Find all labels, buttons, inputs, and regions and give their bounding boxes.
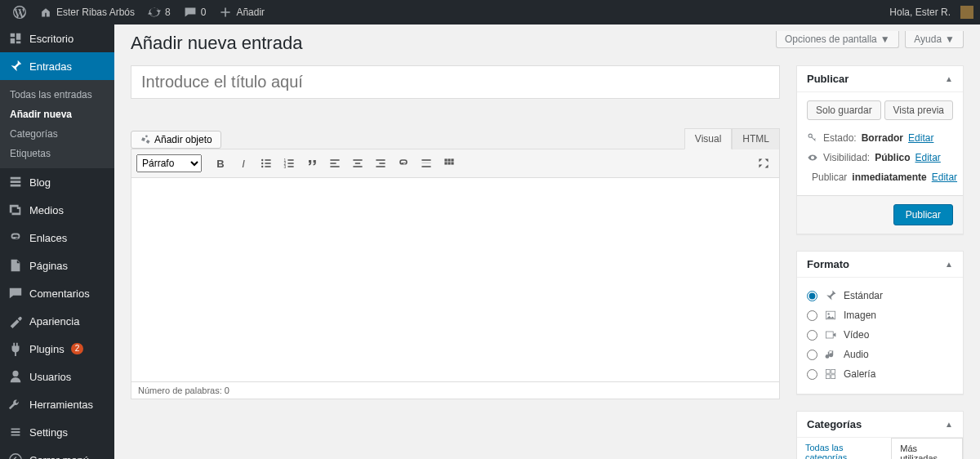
menu-comments[interactable]: Comentarios: [0, 279, 114, 307]
submenu-all-posts[interactable]: Todas las entradas: [0, 85, 114, 105]
link-icon: [397, 157, 410, 170]
format-select[interactable]: Párrafo: [136, 154, 202, 172]
svg-rect-4: [265, 163, 270, 164]
bullet-list-button[interactable]: [256, 153, 277, 174]
tools-icon: [8, 397, 23, 412]
updates-link[interactable]: 8: [141, 0, 177, 25]
align-center-button[interactable]: [347, 153, 368, 174]
screen-options-button[interactable]: Opciones de pantalla ▼: [776, 31, 899, 48]
menu-posts[interactable]: Entradas: [0, 52, 114, 80]
format-gallery-radio[interactable]: [807, 369, 817, 380]
add-new-link[interactable]: Añadir: [212, 0, 271, 25]
categories-box-header[interactable]: Categorías▲: [797, 412, 963, 438]
format-box: Formato▲ Estándar Imagen Vídeo Audio Gal…: [796, 251, 964, 394]
save-draft-button[interactable]: Solo guardar: [807, 100, 881, 120]
link-button[interactable]: [393, 153, 414, 174]
format-video[interactable]: Vídeo: [807, 325, 953, 345]
svg-rect-21: [376, 166, 385, 167]
svg-rect-26: [448, 158, 450, 161]
menu-dashboard[interactable]: Escritorio: [0, 25, 114, 52]
site-name-link[interactable]: Ester Ribas Arbós: [33, 0, 141, 25]
svg-rect-39: [826, 369, 830, 373]
help-button[interactable]: Ayuda ▼: [905, 31, 964, 48]
format-audio-radio[interactable]: [807, 350, 817, 360]
menu-label: Blog: [29, 176, 51, 189]
pin-icon: [8, 59, 23, 74]
tab-html[interactable]: HTML: [732, 128, 780, 149]
format-audio[interactable]: Audio: [807, 345, 953, 364]
status-row: Estado: Borrador Editar: [807, 128, 953, 148]
menu-links[interactable]: Enlaces: [0, 224, 114, 252]
chevron-down-icon: ▼: [945, 33, 955, 45]
submenu-add-new[interactable]: Añadir nueva: [0, 105, 114, 124]
publish-box: Publicar▲ Solo guardar Vista previa Esta…: [796, 65, 964, 234]
menu-label: Medios: [29, 204, 64, 216]
menu-settings-custom[interactable]: Settings: [0, 418, 114, 446]
submenu-tags[interactable]: Etiquetas: [0, 144, 114, 163]
eye-icon: [807, 152, 818, 163]
toolbar-toggle-button[interactable]: [439, 153, 460, 174]
menu-label: Enlaces: [29, 232, 67, 244]
plugins-icon: [8, 341, 23, 356]
edit-visibility-link[interactable]: Editar: [915, 152, 941, 163]
status-label: Estado:: [823, 132, 857, 144]
format-box-header[interactable]: Formato▲: [797, 252, 963, 278]
users-icon: [8, 369, 23, 384]
submenu-categories[interactable]: Categorías: [0, 124, 114, 144]
menu-tools[interactable]: Herramientas: [0, 390, 114, 418]
fullscreen-button[interactable]: [753, 153, 774, 174]
readmore-button[interactable]: [416, 153, 437, 174]
bullet-list-icon: [260, 157, 273, 170]
avatar[interactable]: [960, 6, 973, 19]
audio-icon: [824, 348, 837, 361]
bold-button[interactable]: B: [210, 153, 231, 174]
menu-plugins[interactable]: Plugins 2: [0, 335, 114, 363]
edit-schedule-link[interactable]: Editar: [932, 172, 957, 183]
updates-count: 8: [165, 7, 171, 18]
cat-tab-all[interactable]: Todas las categorías: [797, 438, 891, 459]
format-gallery[interactable]: Galería: [807, 364, 953, 384]
user-greeting[interactable]: Hola, Ester R.: [883, 0, 957, 25]
format-image-radio[interactable]: [807, 310, 817, 321]
menu-collapse[interactable]: Cerrar menú: [0, 446, 114, 459]
comments-link[interactable]: 0: [177, 0, 213, 25]
align-right-button[interactable]: [370, 153, 391, 174]
editor-content-area[interactable]: [131, 178, 780, 382]
menu-users[interactable]: Usuarios: [0, 363, 114, 390]
blockquote-button[interactable]: [301, 153, 323, 174]
edit-status-link[interactable]: Editar: [908, 132, 933, 144]
media-icon: [140, 134, 151, 145]
svg-rect-14: [330, 163, 336, 164]
svg-point-1: [261, 159, 263, 161]
visibility-value: Público: [875, 152, 910, 163]
numbered-list-button[interactable]: 123: [278, 153, 300, 174]
menu-blog[interactable]: Blog: [0, 168, 114, 196]
links-icon: [8, 230, 23, 245]
wp-logo[interactable]: [7, 0, 33, 25]
format-label: Estándar: [844, 290, 883, 301]
cat-tab-most-used[interactable]: Más utilizadas: [891, 438, 963, 459]
format-standard-radio[interactable]: [807, 291, 817, 301]
toolbar-toggle-icon: [443, 157, 456, 170]
svg-rect-38: [826, 332, 833, 338]
align-left-button[interactable]: [324, 153, 345, 174]
format-image[interactable]: Imagen: [807, 305, 953, 325]
menu-pages[interactable]: Páginas: [0, 252, 114, 279]
blog-icon: [8, 175, 23, 189]
home-icon: [39, 6, 52, 19]
publish-button[interactable]: Publicar: [893, 204, 953, 225]
menu-media[interactable]: Medios: [0, 196, 114, 224]
add-media-button[interactable]: Añadir objeto: [131, 131, 221, 149]
menu-label: Comentarios: [29, 287, 90, 300]
tab-visual[interactable]: Visual: [684, 128, 732, 149]
schedule-row: Publicar inmediatamente Editar: [807, 167, 953, 187]
menu-appearance[interactable]: Apariencia: [0, 307, 114, 335]
format-standard[interactable]: Estándar: [807, 286, 953, 305]
post-title-input[interactable]: [131, 65, 780, 99]
publish-box-header[interactable]: Publicar▲: [797, 66, 963, 92]
preview-button[interactable]: Vista previa: [884, 100, 953, 120]
format-video-radio[interactable]: [807, 330, 817, 341]
svg-rect-16: [353, 159, 362, 161]
italic-button[interactable]: I: [233, 153, 254, 174]
menu-label: Plugins: [29, 343, 65, 355]
